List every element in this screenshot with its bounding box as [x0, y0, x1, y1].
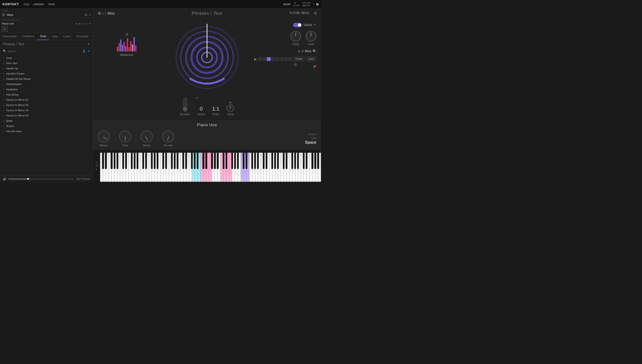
clock-icon[interactable]: ⏱: [85, 22, 88, 25]
black-key[interactable]: [202, 153, 204, 169]
preset-item[interactable]: ♪Heartbreaker: [0, 82, 93, 87]
black-key[interactable]: [297, 153, 299, 169]
black-key[interactable]: [211, 153, 213, 169]
black-key[interactable]: [263, 153, 264, 169]
black-key[interactable]: [162, 153, 164, 169]
seq-step-5[interactable]: [280, 57, 283, 61]
tab-loops[interactable]: Loops: [61, 33, 74, 40]
alert-icon[interactable]: !: [313, 2, 314, 6]
preset-item[interactable]: ♪Hymns In Mirror 02: [0, 102, 93, 108]
solo-button[interactable]: S: [75, 22, 77, 25]
tempo-value[interactable]: 1:1: [212, 106, 220, 112]
black-key[interactable]: [182, 153, 184, 169]
black-key[interactable]: [286, 153, 287, 169]
black-key[interactable]: [165, 153, 167, 169]
breadcrumb-grid-icon[interactable]: ⊞: [98, 11, 101, 16]
preset-search-icon[interactable]: 🔍: [313, 50, 316, 53]
tab-tools[interactable]: Tools: [37, 33, 49, 40]
black-key[interactable]: [134, 153, 135, 169]
black-key[interactable]: [274, 153, 276, 169]
seq-step-6[interactable]: [284, 57, 288, 61]
scale-name[interactable]: Minor: [301, 11, 309, 14]
volume-slider[interactable]: [8, 179, 74, 180]
black-key[interactable]: [105, 153, 107, 169]
menu-file[interactable]: FILE: [24, 3, 29, 6]
key-name[interactable]: A♯/B♭: [293, 11, 300, 14]
black-key[interactable]: [283, 153, 284, 169]
black-key[interactable]: [266, 153, 267, 169]
tab-leap[interactable]: Leap: [49, 33, 60, 40]
black-key[interactable]: [271, 153, 273, 169]
power-icon[interactable]: ⏻: [85, 13, 87, 16]
preset-item[interactable]: ♪Hands Up: [0, 66, 93, 71]
preset-item[interactable]: ♪Hesitation: [0, 87, 93, 92]
seq-step-2[interactable]: [267, 57, 271, 61]
black-key[interactable]: [111, 153, 112, 169]
black-key[interactable]: [317, 153, 319, 169]
menu-view[interactable]: VIEW: [48, 3, 55, 6]
black-key[interactable]: [114, 153, 115, 169]
add-instrument-button[interactable]: +: [2, 26, 8, 32]
shop-button[interactable]: SHOP: [283, 3, 290, 6]
kbd-down-arrow[interactable]: ▼: [95, 168, 98, 170]
randomize-label[interactable]: Randomize: [120, 53, 133, 56]
black-key[interactable]: [217, 153, 218, 169]
black-key[interactable]: [157, 153, 158, 169]
pencil-icon[interactable]: ✎: [314, 23, 316, 27]
black-key[interactable]: [177, 153, 178, 169]
black-key[interactable]: [142, 153, 144, 169]
tab-combined[interactable]: Combined: [19, 33, 37, 40]
search-input[interactable]: [8, 50, 81, 53]
black-key[interactable]: [277, 153, 279, 169]
nav-prev-button[interactable]: ‹: [102, 11, 104, 16]
global-toggle-switch[interactable]: [293, 23, 302, 27]
black-key[interactable]: [145, 153, 147, 169]
pin-icon[interactable]: 📌: [313, 65, 316, 68]
black-key[interactable]: [131, 153, 133, 169]
preset-item[interactable]: ♪Ignite: [0, 118, 93, 124]
tab-instruments[interactable]: Instruments: [0, 33, 19, 40]
black-key[interactable]: [151, 153, 153, 169]
user-filter-icon[interactable]: 👤: [82, 50, 86, 53]
preset-item[interactable]: ♪Illusiun: [0, 124, 93, 129]
black-key[interactable]: [234, 153, 236, 169]
black-key[interactable]: [185, 153, 187, 169]
preset-item[interactable]: ♪Healed By the Rivers: [0, 76, 93, 82]
black-key[interactable]: [251, 153, 253, 169]
swing-knob[interactable]: [227, 104, 234, 112]
black-key[interactable]: [194, 153, 196, 169]
ni-icon[interactable]: N: [316, 2, 318, 6]
dynamics-slider[interactable]: [183, 98, 187, 112]
phrases-dropdown-icon[interactable]: ▼: [87, 43, 90, 46]
black-key[interactable]: [174, 153, 176, 169]
seq-step-7[interactable]: [288, 57, 292, 61]
black-key[interactable]: [226, 153, 227, 169]
remove-instrument[interactable]: ✕: [89, 22, 91, 25]
black-key[interactable]: [137, 153, 138, 169]
black-key[interactable]: [306, 153, 307, 169]
black-key[interactable]: [303, 153, 304, 169]
black-key[interactable]: [246, 153, 247, 169]
reverb-room[interactable]: Room: [305, 133, 316, 136]
black-key[interactable]: [197, 153, 198, 169]
octave-value[interactable]: 0: [200, 106, 203, 112]
preset-item[interactable]: ♪Ham Jam: [0, 60, 93, 66]
seq-step-4[interactable]: [275, 57, 279, 61]
menu-library[interactable]: LIBRARY: [33, 3, 44, 6]
black-key[interactable]: [191, 153, 193, 169]
rotate-knob-circle[interactable]: [290, 31, 301, 42]
black-key[interactable]: [311, 153, 313, 169]
preset-item[interactable]: ♪Harold's Dream: [0, 71, 93, 76]
close-icon[interactable]: ✕: [89, 13, 91, 16]
preset-item[interactable]: ♪Into the Haze: [0, 129, 93, 134]
kbd-up-arrow[interactable]: ▲: [95, 161, 98, 164]
star-filter-icon[interactable]: ★: [88, 50, 90, 53]
reverb-space[interactable]: Space: [305, 140, 316, 144]
noises-knob[interactable]: [95, 128, 112, 145]
black-key[interactable]: [237, 153, 239, 169]
seq-step-1[interactable]: [262, 57, 266, 61]
preset-item[interactable]: ♪Hop Along: [0, 92, 93, 97]
midi-icon[interactable]: ⊙: [82, 22, 84, 25]
preset-item[interactable]: ♪Goal: [0, 55, 93, 60]
black-key[interactable]: [125, 153, 127, 169]
